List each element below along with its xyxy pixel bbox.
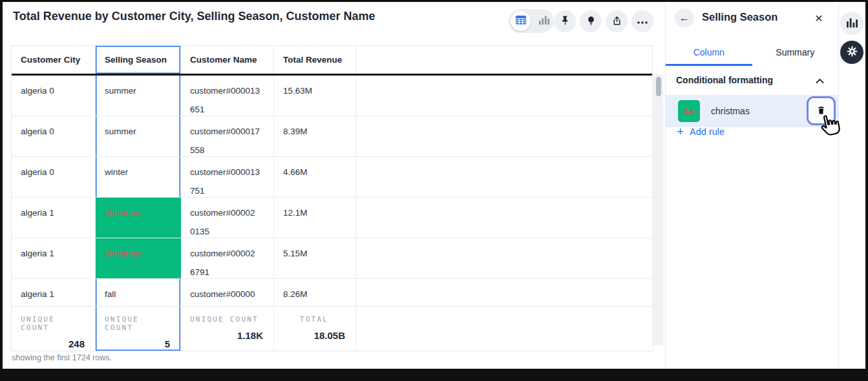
table-row: algeria 1 christmas customer#00002 6791 … — [12, 238, 652, 279]
summary-cell: TOTAL 18.05B — [274, 307, 356, 351]
summary-value: 18.05B — [283, 330, 345, 341]
cell-empty — [356, 76, 652, 116]
cell-customer-city[interactable]: algeria 0 — [12, 157, 96, 197]
summary-label: UNIQUE COUNT — [21, 315, 85, 332]
tab-column[interactable]: Column — [666, 39, 752, 66]
customer-name-line1: customer#00000 — [190, 285, 264, 304]
table-row: algeria 0 summer customer#000017 558 8.3… — [12, 116, 652, 157]
summary-value: 248 — [21, 338, 85, 349]
cell-customer-name[interactable]: customer#000013 751 — [181, 157, 274, 197]
back-button[interactable]: ← — [675, 8, 694, 28]
cell-selling-season[interactable]: fall — [96, 279, 181, 306]
table-scrollbar[interactable] — [653, 74, 663, 345]
more-menu-button[interactable] — [631, 10, 653, 32]
cell-customer-city[interactable]: algeria 1 — [12, 279, 96, 306]
table-row: algeria 1 christmas customer#00002 0135 … — [12, 198, 652, 238]
summary-cell: UNIQUE COUNT 5 — [96, 307, 181, 351]
page-title: Total Revenue by Customer City, Selling … — [13, 10, 375, 23]
cell-empty — [356, 238, 652, 278]
collapse-section-button[interactable] — [812, 74, 827, 87]
summary-value: 1.18K — [190, 330, 263, 341]
column-header-total-revenue[interactable]: Total Revenue — [274, 46, 356, 74]
chart-panel-icon — [847, 17, 858, 30]
cell-customer-city[interactable]: algeria 1 — [12, 198, 96, 238]
cell-customer-city[interactable]: algeria 0 — [12, 76, 96, 116]
column-header-selling-season[interactable]: Selling Season — [96, 46, 181, 74]
customer-name-line1: customer#00002 — [190, 203, 264, 222]
summary-cell: UNIQUE COUNT 248 — [12, 307, 96, 351]
cell-selling-season-highlighted[interactable]: christmas — [96, 198, 181, 238]
cell-empty — [356, 198, 652, 238]
table-row: algeria 0 winter customer#000013 751 4.6… — [12, 157, 652, 198]
conditional-format-rule[interactable]: Aa christmas — [666, 95, 838, 127]
cell-empty — [356, 157, 652, 197]
cell-total-revenue[interactable]: 8.39M — [274, 116, 356, 156]
table-row: algeria 0 summer customer#000013 651 15.… — [12, 76, 652, 116]
cell-customer-name[interactable]: customer#00000 — [181, 279, 274, 306]
insights-button[interactable] — [580, 10, 602, 32]
add-rule-button[interactable]: + Add rule — [677, 125, 725, 138]
scrollbar-thumb[interactable] — [656, 77, 661, 96]
cell-total-revenue[interactable]: 12.1M — [274, 198, 356, 238]
customer-name-line1: customer#000017 — [190, 122, 264, 141]
rail-divider — [838, 2, 839, 369]
more-menu-icon — [637, 17, 648, 26]
cell-selling-season[interactable]: summer — [96, 76, 181, 116]
table-view-icon — [515, 14, 527, 28]
rule-label: christmas — [711, 95, 750, 127]
column-header-empty — [356, 46, 652, 74]
summary-label: UNIQUE COUNT — [105, 315, 170, 332]
panel-title: Selling Season — [702, 11, 778, 23]
add-rule-label: Add rule — [690, 127, 725, 137]
cell-selling-season[interactable]: winter — [96, 157, 181, 197]
chart-view-icon — [539, 15, 549, 28]
customer-name-line2: 651 — [190, 100, 264, 116]
customer-name-line1: customer#00002 — [190, 244, 264, 263]
close-icon: × — [815, 10, 823, 26]
table-header-row: Customer City Selling Season Customer Na… — [12, 46, 652, 76]
summary-value: 5 — [105, 338, 170, 349]
settings-button[interactable] — [840, 41, 863, 64]
customer-name-line2: 6791 — [190, 263, 264, 278]
cell-selling-season[interactable]: summer — [96, 116, 181, 156]
cell-customer-name[interactable]: customer#00002 0135 — [181, 198, 274, 238]
summary-cell-empty — [356, 307, 652, 351]
customer-name-line2: 751 — [190, 181, 264, 197]
cell-customer-city[interactable]: algeria 0 — [12, 116, 96, 156]
customer-name-line2: 558 — [190, 141, 264, 156]
cell-customer-name[interactable]: customer#000017 558 — [181, 116, 274, 156]
cell-customer-city[interactable]: algeria 1 — [12, 238, 96, 278]
rows-shown-caption: showing the first 1724 rows. — [12, 353, 112, 362]
column-header-customer-city[interactable]: Customer City — [12, 46, 96, 74]
summary-label: TOTAL — [283, 315, 345, 324]
summary-label: UNIQUE COUNT — [190, 315, 263, 324]
cell-total-revenue[interactable]: 4.66M — [274, 157, 356, 197]
share-button[interactable] — [606, 10, 628, 32]
table-view-button[interactable] — [511, 11, 531, 31]
cell-total-revenue[interactable]: 5.15M — [274, 238, 356, 278]
chart-view-button[interactable] — [539, 9, 549, 33]
cell-total-revenue[interactable]: 8.26M — [274, 279, 356, 306]
pin-button[interactable] — [554, 10, 576, 32]
cell-total-revenue[interactable]: 15.63M — [274, 76, 356, 116]
cell-customer-name[interactable]: customer#000013 651 — [181, 76, 274, 116]
table-summary-row: UNIQUE COUNT 248 UNIQUE COUNT 5 UNIQUE C… — [12, 306, 652, 351]
tab-summary[interactable]: Summary — [752, 39, 839, 66]
cell-selling-season-highlighted[interactable]: christmas — [96, 238, 181, 278]
chart-config-button[interactable] — [840, 12, 863, 35]
cell-customer-name[interactable]: customer#00002 6791 — [181, 238, 274, 278]
panel-tabs: Column Summary — [666, 39, 838, 66]
customer-name-line1: customer#000013 — [190, 163, 264, 181]
cell-empty — [356, 279, 652, 306]
share-icon — [611, 15, 622, 28]
app-window: Total Revenue by Customer City, Selling … — [0, 0, 868, 381]
close-panel-button[interactable]: × — [810, 10, 827, 26]
lightbulb-icon — [586, 14, 597, 28]
chevron-up-icon — [816, 76, 824, 86]
view-toggle — [509, 9, 554, 33]
pin-icon — [560, 14, 571, 28]
conditional-formatting-header: Conditional formatting — [676, 75, 773, 85]
summary-cell: UNIQUE COUNT 1.18K — [181, 307, 274, 351]
column-header-customer-name[interactable]: Customer Name — [181, 46, 274, 74]
customer-name-line2: 0135 — [190, 222, 264, 238]
